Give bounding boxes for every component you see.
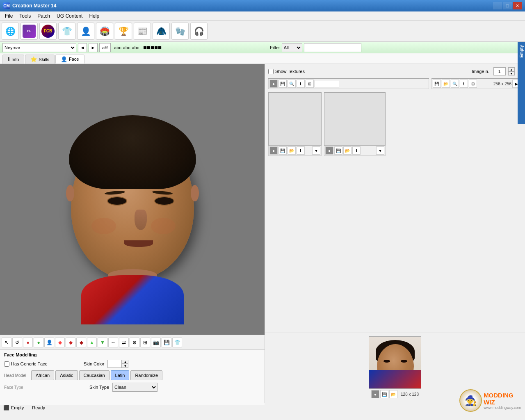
head-model-caucasian[interactable]: Caucasian bbox=[79, 370, 110, 380]
preview-tool-circle[interactable]: ● bbox=[371, 390, 379, 398]
image-n-down[interactable]: ▼ bbox=[508, 71, 515, 75]
tex-tool-save1[interactable]: 💾 bbox=[278, 80, 287, 88]
tool-butterfly[interactable]: ⊕ bbox=[130, 338, 139, 347]
face-modelling-panel: Face Modelling Has Generic Face Skin Col… bbox=[0, 349, 265, 405]
menu-file[interactable]: File bbox=[2, 12, 16, 20]
tex-tool-info2[interactable]: ℹ bbox=[460, 80, 468, 88]
tab-skills[interactable]: ⭐ Skills bbox=[25, 55, 55, 64]
texture-bottom-left-col: ● 💾 📂 ℹ ▼ bbox=[268, 92, 322, 156]
tool-green-face[interactable]: ● bbox=[34, 338, 43, 347]
toolbar-shirt[interactable]: 👕 bbox=[58, 23, 75, 40]
toolbar-trophy[interactable]: 🏆 bbox=[115, 23, 132, 40]
face-type-row: Face Type Skin Type Clean bbox=[4, 383, 260, 392]
head-model-asiatic[interactable]: Asiatic bbox=[55, 370, 78, 380]
tex-btl-load[interactable]: 📂 bbox=[288, 146, 296, 155]
tex-name-input[interactable] bbox=[315, 80, 339, 87]
menu-help[interactable]: Help bbox=[86, 12, 103, 20]
search-input[interactable] bbox=[304, 43, 361, 52]
tex-btl-circle[interactable]: ● bbox=[269, 146, 278, 155]
head-model-latin[interactable]: Latin bbox=[111, 370, 130, 380]
show-textures-checkbox[interactable] bbox=[268, 69, 274, 74]
player-select[interactable]: Neymar bbox=[2, 43, 76, 52]
ear-right bbox=[191, 185, 199, 201]
tool-arrows-rl[interactable]: ⇄ bbox=[119, 338, 129, 347]
tex-tool-extra2[interactable]: ⊞ bbox=[469, 80, 477, 88]
window-title: Creation Master 14 bbox=[12, 3, 56, 9]
has-generic-face-check[interactable]: Has Generic Face bbox=[4, 361, 48, 367]
tab-info[interactable]: ℹ Info bbox=[2, 55, 24, 64]
show-textures-check[interactable]: Show Textures bbox=[268, 69, 305, 74]
minimize-button[interactable]: − bbox=[493, 2, 502, 9]
app-icon: CM bbox=[3, 2, 10, 9]
tex-tool-save2[interactable]: 💾 bbox=[433, 80, 441, 88]
tool-photo[interactable]: 📷 bbox=[151, 338, 161, 347]
skin-color-up[interactable]: ▲ bbox=[122, 360, 128, 364]
toolbar-gloves[interactable]: 🧤 bbox=[171, 23, 189, 40]
toolbar-barcelona[interactable]: FCB bbox=[39, 23, 57, 40]
tab-face[interactable]: 👤 Face bbox=[55, 55, 84, 64]
tex-btr-info[interactable]: ℹ bbox=[352, 146, 361, 155]
generic-face-checkbox[interactable] bbox=[4, 361, 9, 367]
tool-save[interactable]: 💾 bbox=[162, 338, 171, 347]
tex-btl-info[interactable]: ℹ bbox=[297, 146, 305, 155]
image-n-input[interactable] bbox=[493, 67, 506, 75]
image-n-up[interactable]: ▲ bbox=[508, 67, 515, 71]
tex-tool-zoom2[interactable]: 🔍 bbox=[451, 80, 459, 88]
skin-color-value[interactable]: 6 bbox=[107, 360, 122, 368]
toolbar-stadium[interactable]: 🏟️ bbox=[96, 23, 113, 40]
tex-btr-load[interactable]: 📂 bbox=[343, 146, 352, 155]
tool-shirt[interactable]: 👕 bbox=[172, 338, 182, 347]
skin-type-select[interactable]: Clean bbox=[112, 383, 158, 392]
skin-color-spin-buttons: ▲ ▼ bbox=[122, 360, 128, 368]
preview-tool-load[interactable]: 📂 bbox=[389, 390, 397, 398]
toolbar-league[interactable]: PL bbox=[21, 23, 38, 40]
toolbar-player[interactable]: 👤 bbox=[77, 23, 94, 40]
tool-green1[interactable]: ▲ bbox=[87, 338, 97, 347]
tool-red1[interactable]: ◆ bbox=[55, 338, 65, 347]
menu-patch[interactable]: Patch bbox=[34, 12, 53, 20]
maximize-button[interactable]: □ bbox=[503, 2, 512, 9]
tool-face-edit[interactable]: 👤 bbox=[44, 338, 54, 347]
menu-tools[interactable]: Tools bbox=[16, 12, 34, 20]
player-next-btn[interactable]: ► bbox=[89, 43, 98, 52]
tex-tool-extra1[interactable]: ⊞ bbox=[306, 80, 314, 88]
tool-arrows-lr[interactable]: ↔ bbox=[108, 338, 118, 347]
player-prev-btn[interactable]: ◄ bbox=[78, 43, 87, 52]
toolbar-newspaper[interactable]: 📰 bbox=[134, 23, 151, 40]
tool-mirror[interactable]: ⊞ bbox=[140, 338, 150, 347]
show-textures-label: Show Textures bbox=[275, 69, 305, 74]
menu-ugcontent[interactable]: UG Content bbox=[53, 12, 86, 20]
filter-label: Filter bbox=[270, 45, 280, 50]
preview-tool-save[interactable]: 💾 bbox=[380, 390, 388, 398]
tool-red3[interactable]: ◆ bbox=[76, 338, 86, 347]
tex-btr-save[interactable]: 💾 bbox=[334, 146, 342, 155]
head-model-randomize[interactable]: Randomize bbox=[130, 370, 162, 380]
tool-red2[interactable]: ◆ bbox=[66, 338, 75, 347]
moddingway-branding: 🧙 MODDING WIZ www.moddingway.com bbox=[459, 389, 521, 412]
tool-green2[interactable]: ▼ bbox=[98, 338, 107, 347]
toolbar-globe[interactable]: 🌐 bbox=[2, 23, 19, 40]
tex-tool-circle[interactable]: ● bbox=[269, 80, 278, 88]
status-text: Ready bbox=[32, 405, 45, 410]
right-panel: Show Textures Image n. ▲ ▼ /2 ● 💾 🔍 bbox=[265, 64, 525, 403]
tex-btr-arrow[interactable]: ▼ bbox=[376, 146, 384, 155]
tex-btl-save[interactable]: 💾 bbox=[278, 146, 287, 155]
tool-cursor[interactable]: ↖ bbox=[2, 338, 11, 347]
ar-button[interactable]: aR bbox=[99, 43, 111, 52]
tool-red-face[interactable]: ● bbox=[23, 338, 33, 347]
close-button[interactable]: ✕ bbox=[513, 2, 522, 9]
skin-color-down[interactable]: ▼ bbox=[122, 364, 128, 368]
toolbar-suit[interactable]: 🧥 bbox=[153, 23, 170, 40]
filter-select[interactable]: All bbox=[282, 43, 302, 52]
toolbar: 🌐 PL FCB 👕 👤 🏟️ 🏆 📰 🧥 🧤 🎧 bbox=[0, 21, 525, 42]
tex-btl-arrow[interactable]: ▼ bbox=[312, 146, 320, 155]
tex-tool-load2[interactable]: 📂 bbox=[442, 80, 450, 88]
layer-label: Empty bbox=[11, 405, 24, 410]
preview-eye-right bbox=[401, 360, 407, 363]
toolbar-headphones[interactable]: 🎧 bbox=[190, 23, 208, 40]
tex-btr-circle[interactable]: ● bbox=[325, 146, 333, 155]
tex-tool-info1[interactable]: ℹ bbox=[297, 80, 305, 88]
head-model-african[interactable]: African bbox=[31, 370, 54, 380]
tex-tool-zoom[interactable]: 🔍 bbox=[288, 80, 296, 88]
tool-rotate[interactable]: ↺ bbox=[12, 338, 22, 347]
